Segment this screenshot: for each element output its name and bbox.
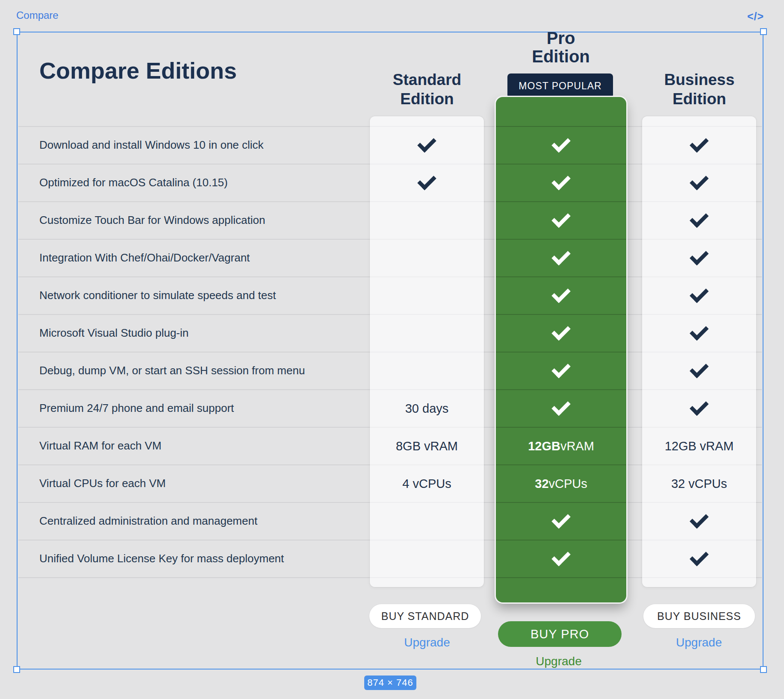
check-icon bbox=[417, 134, 436, 153]
pro-cell bbox=[496, 352, 626, 389]
check-icon bbox=[551, 322, 571, 341]
standard-column-card: 30 days8GB vRAM4 vCPUs bbox=[370, 116, 484, 587]
pro-cell: 12GB vRAM bbox=[496, 427, 626, 464]
check-icon bbox=[551, 397, 571, 416]
card-end-line bbox=[496, 577, 626, 578]
business-column-card: 12GB vRAM32 vCPUs bbox=[642, 116, 756, 587]
business-cell bbox=[642, 314, 756, 352]
pro-cell bbox=[496, 239, 626, 276]
pro-cell bbox=[496, 276, 626, 314]
column-header-line: Standard bbox=[367, 70, 487, 89]
pro-cell bbox=[496, 540, 626, 577]
business-cell bbox=[642, 201, 756, 239]
buy-standard-button[interactable]: BUY STANDARD bbox=[369, 604, 481, 628]
check-icon bbox=[690, 359, 709, 379]
column-header-line: Edition bbox=[367, 89, 487, 109]
column-header-line: Edition bbox=[640, 89, 759, 109]
check-icon bbox=[551, 134, 571, 153]
column-header-business: Business Edition bbox=[640, 70, 759, 109]
card-end-line bbox=[642, 577, 756, 578]
pro-cell bbox=[496, 389, 626, 427]
check-icon bbox=[551, 359, 571, 379]
standard-cell bbox=[370, 540, 484, 577]
check-icon bbox=[690, 547, 709, 567]
business-cell bbox=[642, 389, 756, 427]
check-icon bbox=[690, 510, 709, 529]
check-icon bbox=[690, 322, 709, 341]
pro-cell bbox=[496, 314, 626, 352]
design-canvas: Compare </> Compare Editions Standard Ed… bbox=[0, 0, 784, 699]
check-icon bbox=[690, 247, 709, 266]
feature-row-label: Network conditioner to simulate speeds a… bbox=[39, 276, 276, 314]
buy-pro-button[interactable]: BUY PRO bbox=[498, 621, 622, 647]
feature-row-label: Microsoft Visual Studio plug-in bbox=[39, 314, 189, 352]
artboard-compare-editions[interactable]: Compare Editions Standard Edition Pro Ed… bbox=[17, 32, 763, 670]
check-icon bbox=[690, 397, 709, 416]
check-icon bbox=[551, 171, 571, 191]
standard-cell bbox=[370, 314, 484, 352]
pro-cell bbox=[496, 126, 626, 164]
business-cell bbox=[642, 239, 756, 276]
check-icon bbox=[551, 209, 571, 228]
standard-cell bbox=[370, 239, 484, 276]
upgrade-business-link[interactable]: Upgrade bbox=[656, 636, 742, 649]
standard-cell: 30 days bbox=[370, 389, 484, 427]
feature-row-label: Premium 24/7 phone and email support bbox=[39, 389, 234, 427]
upgrade-pro-link[interactable]: Upgrade bbox=[516, 655, 601, 668]
artboard-name-label[interactable]: Compare bbox=[16, 9, 59, 21]
column-header-line: Pro bbox=[501, 29, 621, 47]
check-icon bbox=[417, 171, 436, 191]
resize-handle-bottom-right[interactable] bbox=[760, 666, 767, 673]
check-icon bbox=[690, 134, 709, 153]
column-header-standard: Standard Edition bbox=[367, 70, 487, 109]
feature-row-label: Integration With Chef/Ohai/Docker/Vagran… bbox=[39, 239, 250, 276]
feature-row-label: Download and install Windows 10 in one c… bbox=[39, 126, 264, 164]
standard-cell: 8GB vRAM bbox=[370, 427, 484, 464]
standard-cell bbox=[370, 164, 484, 201]
business-cell: 12GB vRAM bbox=[642, 427, 756, 464]
business-cell bbox=[642, 540, 756, 577]
artboard-size-badge: 874 × 746 bbox=[364, 676, 416, 690]
business-cell bbox=[642, 502, 756, 540]
standard-cell bbox=[370, 352, 484, 389]
column-header-pro: Pro Edition bbox=[501, 29, 621, 66]
pro-column-card: 12GB vRAM32 vCPUs bbox=[496, 97, 626, 602]
check-icon bbox=[551, 510, 571, 529]
standard-cell bbox=[370, 126, 484, 164]
standard-cell bbox=[370, 201, 484, 239]
code-icon[interactable]: </> bbox=[747, 10, 764, 23]
column-header-line: Edition bbox=[501, 47, 621, 66]
pro-cell bbox=[496, 502, 626, 540]
most-popular-badge: MOST POPULAR bbox=[507, 73, 613, 98]
feature-row-label: Debug, dump VM, or start an SSH session … bbox=[39, 352, 305, 389]
business-cell: 32 vCPUs bbox=[642, 464, 756, 502]
check-icon bbox=[690, 171, 709, 191]
feature-row-label: Customize Touch Bar for Windows applicat… bbox=[39, 201, 265, 239]
resize-handle-top-right[interactable] bbox=[760, 28, 767, 35]
feature-row-label: Virtual CPUs for each VM bbox=[39, 464, 166, 502]
check-icon bbox=[551, 247, 571, 266]
business-cell bbox=[642, 164, 756, 201]
feature-row-label: Optimized for macOS Catalina (10.15) bbox=[39, 164, 228, 201]
check-icon bbox=[551, 284, 571, 303]
column-header-line: Business bbox=[640, 70, 759, 89]
pro-cell bbox=[496, 164, 626, 201]
card-end-line bbox=[370, 577, 484, 578]
business-cell bbox=[642, 276, 756, 314]
upgrade-standard-link[interactable]: Upgrade bbox=[384, 636, 470, 649]
pro-cell: 32 vCPUs bbox=[496, 464, 626, 502]
standard-cell bbox=[370, 502, 484, 540]
resize-handle-top-left[interactable] bbox=[13, 28, 20, 35]
standard-cell bbox=[370, 276, 484, 314]
feature-row-label: Centralized administration and managemen… bbox=[39, 502, 257, 540]
check-icon bbox=[690, 209, 709, 228]
feature-row-label: Virtual RAM for each VM bbox=[39, 427, 162, 464]
feature-row-label: Unified Volume License Key for mass depl… bbox=[39, 540, 284, 577]
buy-business-button[interactable]: BUY BUSINESS bbox=[643, 604, 755, 628]
check-icon bbox=[690, 284, 709, 303]
standard-cell: 4 vCPUs bbox=[370, 464, 484, 502]
business-cell bbox=[642, 126, 756, 164]
page-title: Compare Editions bbox=[39, 57, 237, 84]
pro-cell bbox=[496, 201, 626, 239]
resize-handle-bottom-left[interactable] bbox=[13, 666, 20, 673]
